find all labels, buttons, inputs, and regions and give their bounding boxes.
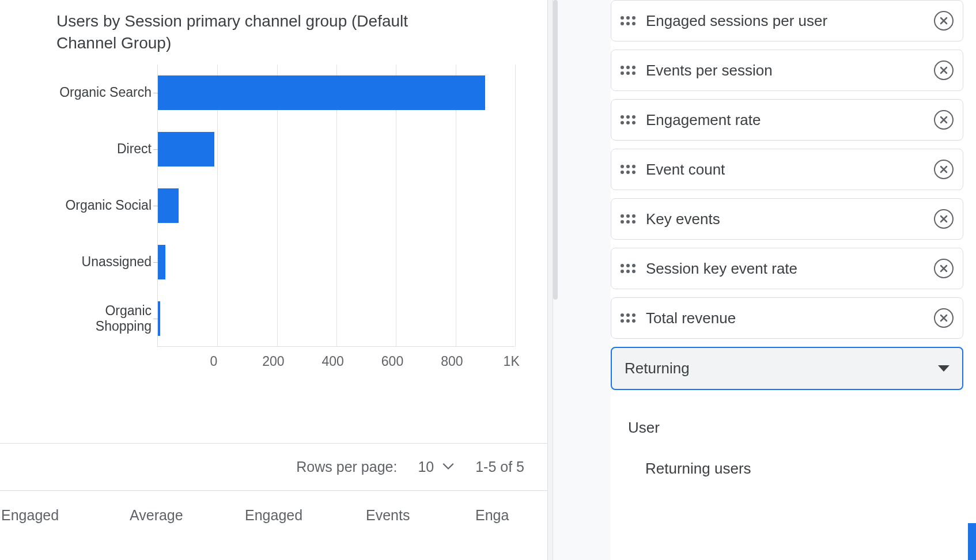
rows-per-page-label: Rows per page:: [296, 459, 397, 475]
tick-mark: [153, 262, 158, 263]
x-axis-label: 0: [210, 354, 218, 369]
scrollbar[interactable]: [553, 0, 558, 300]
page-range: 1-5 of 5: [475, 459, 524, 475]
metrics-list: Engaged sessions per userEvents per sess…: [611, 0, 963, 339]
column-header[interactable]: Events: [366, 507, 475, 524]
customize-panel: Engaged sessions per userEvents per sess…: [611, 0, 976, 560]
remove-metric-button[interactable]: [934, 209, 954, 229]
rows-per-page-value: 10: [418, 459, 434, 475]
x-axis-label: 400: [321, 354, 343, 369]
scroll-edge-indicator: [968, 523, 976, 560]
metric-card[interactable]: Session key event rate: [611, 248, 963, 289]
remove-metric-button[interactable]: [934, 160, 954, 179]
column-header[interactable]: Enga: [475, 507, 547, 524]
remove-metric-button[interactable]: [934, 60, 954, 80]
add-metric-value: Returning: [625, 360, 690, 377]
bar[interactable]: [158, 245, 165, 279]
bar-row: [158, 65, 515, 121]
gridline: [515, 65, 516, 347]
tick-mark: [153, 206, 158, 206]
panel-divider: [547, 0, 553, 560]
chevron-down-icon: [938, 365, 949, 372]
tick-mark: [153, 93, 158, 93]
metric-label: Total revenue: [646, 309, 934, 328]
bar-row: [158, 177, 515, 234]
bar-chart: Organic Search Direct Organic Social Una…: [0, 65, 547, 377]
gutter: [553, 0, 611, 560]
metric-card[interactable]: Events per session: [611, 50, 963, 91]
metric-card[interactable]: Engagement rate: [611, 99, 963, 141]
metric-card[interactable]: Event count: [611, 149, 963, 190]
tick-mark: [153, 149, 158, 150]
add-metric-input[interactable]: Returning: [611, 347, 963, 390]
remove-metric-button[interactable]: [934, 259, 954, 278]
metric-card[interactable]: Engaged sessions per user: [611, 0, 963, 41]
y-axis-label: Direct: [56, 121, 157, 177]
tick-mark: [153, 319, 158, 319]
remove-metric-button[interactable]: [934, 110, 954, 130]
bar-row: [158, 234, 515, 290]
column-header[interactable]: Engaged: [245, 507, 366, 524]
rows-per-page-select[interactable]: 10: [418, 459, 455, 475]
metric-label: Engagement rate: [646, 111, 934, 130]
remove-metric-button[interactable]: [934, 308, 954, 328]
drag-handle-icon[interactable]: [621, 12, 637, 29]
chevron-down-icon: [442, 463, 455, 471]
x-axis-label: 200: [262, 354, 284, 369]
x-axis-labels: 02004006008001K1.2K: [214, 354, 571, 377]
table-header-row: Engaged Average Engaged Events Enga: [0, 490, 547, 524]
metric-card[interactable]: Key events: [611, 198, 963, 240]
y-axis-label: Organic Search: [56, 65, 157, 121]
chart-panel: Users by Session primary channel group (…: [0, 0, 547, 560]
metric-label: Session key event rate: [646, 259, 934, 278]
x-axis-label: 600: [381, 354, 403, 369]
metric-card[interactable]: Total revenue: [611, 297, 963, 339]
drag-handle-icon[interactable]: [621, 62, 637, 79]
drag-handle-icon[interactable]: [621, 309, 637, 327]
chart-title: Users by Session primary channel group (…: [0, 0, 449, 54]
drag-handle-icon[interactable]: [621, 210, 637, 228]
remove-metric-button[interactable]: [934, 11, 954, 31]
plot-area: [157, 65, 515, 347]
drag-handle-icon[interactable]: [621, 111, 637, 128]
metric-label: Event count: [646, 160, 934, 179]
y-axis-label: Organic Shopping: [56, 290, 157, 347]
bar[interactable]: [158, 301, 160, 336]
x-axis-label: 800: [441, 354, 463, 369]
bar[interactable]: [158, 188, 179, 223]
pager: Rows per page: 10 1-5 of 5: [0, 444, 547, 490]
metric-dropdown: User Returning users: [611, 399, 963, 491]
drag-handle-icon[interactable]: [621, 260, 637, 277]
dropdown-option-returning-users[interactable]: Returning users: [611, 446, 963, 491]
y-axis-label: Unassigned: [56, 234, 157, 290]
metric-label: Key events: [646, 210, 934, 229]
metric-label: Engaged sessions per user: [646, 12, 934, 31]
bar-row: [158, 121, 515, 177]
dropdown-group-label: User: [611, 410, 963, 446]
bar[interactable]: [158, 132, 214, 167]
bar-row: [158, 290, 515, 347]
y-axis-labels: Organic Search Direct Organic Social Una…: [56, 65, 157, 347]
x-axis-label: 1K: [504, 354, 520, 369]
bar[interactable]: [158, 75, 485, 110]
column-header[interactable]: Engaged: [0, 507, 130, 524]
metric-label: Events per session: [646, 61, 934, 80]
y-axis-label: Organic Social: [56, 177, 157, 234]
drag-handle-icon[interactable]: [621, 161, 637, 178]
column-header[interactable]: Average: [130, 507, 245, 524]
